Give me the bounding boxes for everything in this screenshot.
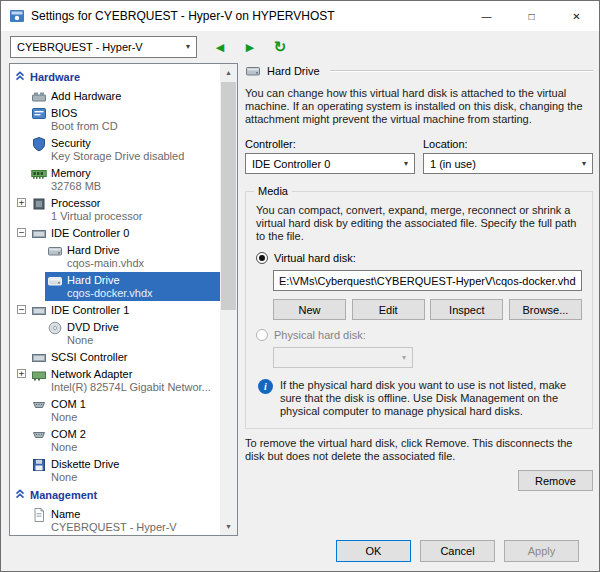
diskette-icon — [31, 457, 47, 473]
controller-icon — [31, 303, 47, 319]
header-rule — [330, 70, 593, 72]
physical-disk-info-text: If the physical hard disk you want to us… — [280, 379, 582, 418]
hard-drive-panel: Hard Drive You can change how this virtu… — [245, 63, 593, 491]
tree-expander[interactable]: + — [17, 198, 26, 207]
chevron-down-icon: ▾ — [186, 43, 190, 51]
tree-item-hard-drive-docker-selected[interactable]: Hard Drive cqos-docker.vhdx — [10, 271, 220, 301]
settings-window: Settings for CYEBRQUEST - Hyper-V on HYP… — [0, 0, 600, 572]
tree-item-bios[interactable]: BIOS Boot from CD — [10, 104, 220, 134]
section-label: Management — [30, 489, 97, 501]
hard-drive-icon — [47, 243, 63, 259]
vm-selector-value: CYEBRQUEST - Hyper-V — [17, 41, 143, 53]
maximize-button[interactable]: □ — [509, 1, 554, 31]
tree-item-name[interactable]: Name CYEBRQUEST - Hyper-V — [10, 505, 220, 535]
tree-item-label: IDE Controller 0 — [51, 226, 129, 240]
processor-icon — [31, 196, 47, 212]
media-group-label: Media — [254, 185, 292, 197]
tree-item-sublabel: None — [67, 334, 119, 347]
name-file-icon — [31, 507, 47, 523]
virtual-disk-path-input[interactable] — [273, 270, 582, 291]
shield-icon — [31, 136, 47, 152]
tree-expander[interactable]: − — [17, 305, 26, 314]
forward-button[interactable]: ▶ — [240, 37, 260, 57]
tree-item-sublabel: Intel(R) 82574L Gigabit Networ... — [51, 381, 211, 394]
remove-button[interactable]: Remove — [518, 470, 593, 491]
tree-item-scsi-controller[interactable]: SCSI Controller — [10, 348, 220, 365]
back-button[interactable]: ◀ — [210, 37, 230, 57]
browse-button[interactable]: Browse... — [509, 299, 582, 320]
tree-item-add-hardware[interactable]: Add Hardware — [10, 87, 220, 104]
chevron-down-icon: ▾ — [404, 160, 408, 168]
tree-item-sublabel: None — [51, 471, 119, 484]
close-button[interactable]: ✕ — [554, 1, 599, 31]
remove-help-text: To remove the virtual hard disk, click R… — [245, 437, 593, 463]
tree-item-security[interactable]: Security Key Storage Drive disabled — [10, 134, 220, 164]
tree-item-sublabel: CYEBRQUEST - Hyper-V — [51, 521, 177, 534]
tree-item-label: Hard Drive — [67, 243, 144, 257]
inspect-button[interactable]: Inspect — [430, 299, 503, 320]
virtual-hard-disk-radio[interactable] — [256, 252, 268, 264]
tree-item-com-1[interactable]: COM 1 None — [10, 395, 220, 425]
location-label: Location: — [423, 138, 593, 150]
tree-item-sublabel: Boot from CD — [51, 120, 118, 133]
tree-item-com-2[interactable]: COM 2 None — [10, 425, 220, 455]
tree-item-dvd-drive[interactable]: DVD Drive None — [10, 318, 220, 348]
tree-item-label: BIOS — [51, 106, 118, 120]
network-adapter-icon — [31, 367, 47, 383]
panel-title: Hard Drive — [267, 65, 320, 77]
tree-item-processor[interactable]: + Processor 1 Virtual processor — [10, 194, 220, 224]
controller-combobox[interactable]: IDE Controller 0 ▾ — [245, 153, 415, 174]
new-button[interactable]: New — [273, 299, 346, 320]
tree-item-hard-drive-main[interactable]: Hard Drive cqos-main.vhdx — [10, 241, 220, 271]
minimize-button[interactable]: — — [464, 1, 509, 31]
location-combobox[interactable]: 1 (in use) ▾ — [423, 153, 593, 174]
ok-button[interactable]: OK — [336, 540, 411, 562]
tree-item-label: DVD Drive — [67, 320, 119, 334]
tree-item-network-adapter[interactable]: + Network Adapter Intel(R) 82574L Gigabi… — [10, 365, 220, 395]
scrollbar-thumb[interactable] — [221, 82, 236, 310]
tree-item-label: IDE Controller 1 — [51, 303, 129, 317]
tree-section-management[interactable]: Management — [10, 485, 220, 505]
physical-hard-disk-radio — [256, 329, 268, 341]
physical-hard-disk-option: Physical hard disk: — [256, 329, 582, 341]
section-label: Hardware — [30, 71, 80, 83]
refresh-button[interactable]: ↻ — [270, 37, 290, 57]
tree-item-ide-controller-1[interactable]: − IDE Controller 1 — [10, 301, 220, 318]
dvd-drive-icon — [47, 320, 63, 336]
tree-item-sublabel: None — [51, 411, 86, 424]
vm-selector-combobox[interactable]: CYEBRQUEST - Hyper-V ▾ — [10, 36, 197, 58]
nav-buttons: ◀ ▶ ↻ — [210, 37, 290, 57]
disk-action-buttons: New Edit Inspect Browse... — [273, 299, 582, 320]
info-icon: i — [258, 379, 273, 394]
tree-item-label: Network Adapter — [51, 367, 211, 381]
virtual-hard-disk-option: Virtual hard disk: — [256, 252, 582, 264]
edit-button[interactable]: Edit — [352, 299, 425, 320]
media-intro-text: You can compact, convert, expand, merge,… — [256, 204, 582, 243]
tree-item-sublabel: None — [51, 441, 86, 454]
physical-disk-info: i If the physical hard disk you want to … — [256, 379, 582, 418]
tree-expander[interactable]: + — [17, 369, 26, 378]
tree-section-hardware[interactable]: Hardware — [10, 67, 220, 87]
tree-item-sublabel: cqos-main.vhdx — [67, 257, 144, 270]
tree-item-ide-controller-0[interactable]: − IDE Controller 0 — [10, 224, 220, 241]
media-groupbox: Media You can compact, convert, expand, … — [245, 191, 593, 429]
com-port-icon — [31, 427, 47, 443]
panel-intro-text: You can change how this virtual hard dis… — [245, 87, 593, 126]
scroll-down-button[interactable]: ▼ — [220, 518, 237, 535]
hyperv-settings-icon — [9, 8, 25, 24]
chevron-up-double-icon — [15, 71, 25, 83]
tree-scrollbar[interactable]: ▲ ▼ — [220, 64, 237, 535]
cancel-button[interactable]: Cancel — [420, 540, 495, 562]
location-value: 1 (in use) — [430, 158, 476, 170]
tree-item-diskette-drive[interactable]: Diskette Drive None — [10, 455, 220, 485]
scroll-up-button[interactable]: ▲ — [220, 64, 237, 81]
physical-hard-disk-label: Physical hard disk: — [274, 329, 366, 341]
tree-item-label: Processor — [51, 196, 143, 210]
tree-item-memory[interactable]: Memory 32768 MB — [10, 164, 220, 194]
tree-item-label: SCSI Controller — [51, 350, 127, 364]
apply-button: Apply — [504, 540, 579, 562]
tree-expander[interactable]: − — [17, 228, 26, 237]
chevron-down-icon: ▾ — [402, 354, 406, 362]
tree-item-label: COM 2 — [51, 427, 86, 441]
tree-item-label: Add Hardware — [51, 89, 121, 103]
